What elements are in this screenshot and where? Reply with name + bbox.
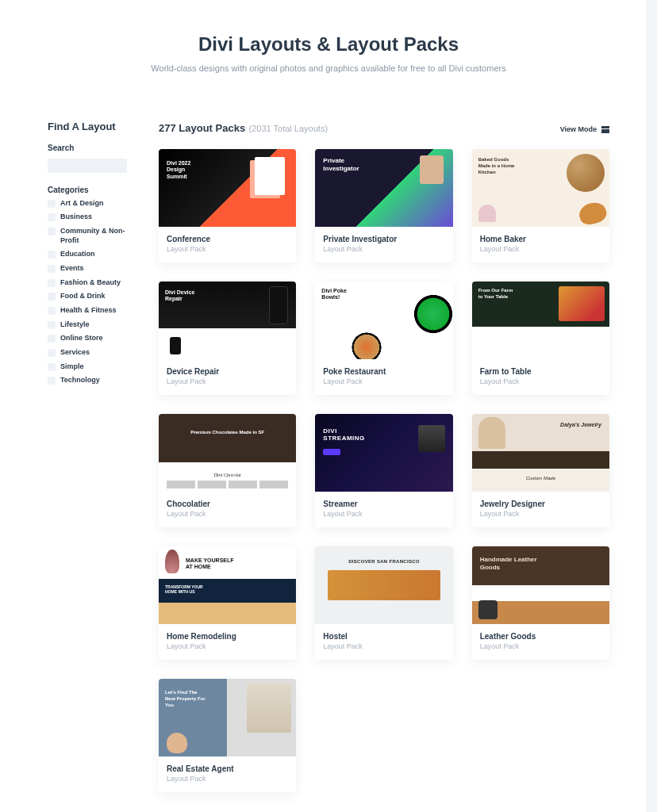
card-thumbnail: Divi Chocolat <box>159 414 296 492</box>
card-title: Streamer <box>323 500 444 508</box>
card-title: Poke Restaurant <box>323 367 444 376</box>
card-subtitle: Layout Pack <box>323 510 444 518</box>
checkbox-icon[interactable] <box>48 321 56 329</box>
layout-card[interactable]: Farm to TableLayout Pack <box>472 282 609 395</box>
card-meta: Device RepairLayout Pack <box>159 359 296 395</box>
layout-card[interactable]: Leather GoodsLayout Pack <box>472 546 609 660</box>
card-subtitle: Layout Pack <box>480 377 601 385</box>
card-meta: Jewelry DesignerLayout Pack <box>472 492 609 527</box>
category-label: Events <box>60 264 84 274</box>
checkbox-icon[interactable] <box>48 213 56 221</box>
category-label: Online Store <box>60 334 103 343</box>
layout-card[interactable]: Poke RestaurantLayout Pack <box>315 282 452 395</box>
card-meta: Poke RestaurantLayout Pack <box>315 359 452 395</box>
card-thumbnail <box>315 149 452 227</box>
checkbox-icon[interactable] <box>48 377 56 385</box>
card-title: Private Investigator <box>323 235 444 243</box>
category-label: Food & Drink <box>60 292 106 301</box>
card-title: Real Estate Agent <box>167 764 288 773</box>
category-label: Community & Non-Profit <box>60 227 135 245</box>
card-subtitle: Layout Pack <box>480 642 601 650</box>
card-meta: ConferenceLayout Pack <box>159 227 296 262</box>
checkbox-icon[interactable] <box>48 228 56 236</box>
checkbox-icon[interactable] <box>48 335 56 343</box>
search-label: Search <box>48 144 135 152</box>
card-meta: Farm to TableLayout Pack <box>472 359 609 395</box>
layout-card[interactable]: Custom MadeJewelry DesignerLayout Pack <box>472 414 609 527</box>
category-label: Simple <box>60 362 84 372</box>
card-meta: Home RemodelingLayout Pack <box>159 624 296 660</box>
category-item[interactable]: Online Store <box>48 334 135 343</box>
card-subtitle: Layout Pack <box>323 642 444 650</box>
category-item[interactable]: Community & Non-Profit <box>48 227 135 245</box>
category-item[interactable]: Fashion & Beauty <box>48 278 135 288</box>
checkbox-icon[interactable] <box>48 363 56 371</box>
card-subtitle: Layout Pack <box>167 245 288 253</box>
card-subtitle: Layout Pack <box>323 377 444 385</box>
card-title: Home Baker <box>480 235 601 243</box>
card-title: Leather Goods <box>480 632 601 641</box>
scrollbar-track[interactable] <box>646 0 657 812</box>
card-thumbnail <box>315 546 452 624</box>
card-title: Farm to Table <box>480 367 601 376</box>
card-title: Hostel <box>323 632 444 641</box>
layout-grid: ConferenceLayout PackPrivate Investigato… <box>159 149 609 792</box>
category-item[interactable]: Food & Drink <box>48 292 135 301</box>
card-meta: StreamerLayout Pack <box>315 492 452 527</box>
category-item[interactable]: Simple <box>48 362 135 372</box>
card-title: Device Repair <box>167 367 288 376</box>
checkbox-icon[interactable] <box>48 293 56 301</box>
results-count: 277 Layout Packs (2031 Total Layouts) <box>159 121 328 135</box>
category-item[interactable]: Technology <box>48 376 135 385</box>
card-thumbnail <box>315 282 452 359</box>
layout-card[interactable]: StreamerLayout Pack <box>315 414 452 527</box>
category-label: Lifestyle <box>60 320 90 330</box>
category-label: Technology <box>60 376 100 385</box>
total-count: (2031 Total Layouts) <box>249 124 328 133</box>
card-meta: Home BakerLayout Pack <box>472 227 609 262</box>
card-meta: ChocolatierLayout Pack <box>159 492 296 527</box>
category-item[interactable]: Events <box>48 264 135 274</box>
card-thumbnail <box>472 149 609 227</box>
card-subtitle: Layout Pack <box>480 245 601 253</box>
checkbox-icon[interactable] <box>48 200 56 208</box>
checkbox-icon[interactable] <box>48 307 56 315</box>
layout-card[interactable]: Device RepairLayout Pack <box>159 282 296 395</box>
page-title: Divi Layouts & Layout Packs <box>48 33 609 56</box>
checkbox-icon[interactable] <box>48 265 56 273</box>
layout-card[interactable]: Divi ChocolatChocolatierLayout Pack <box>159 414 296 527</box>
layout-card[interactable]: TRANSFORM YOUR HOME WITH USHome Remodeli… <box>159 546 296 660</box>
category-item[interactable]: Services <box>48 348 135 358</box>
layout-card[interactable]: Real Estate AgentLayout Pack <box>159 679 296 792</box>
layout-card[interactable]: HostelLayout Pack <box>315 546 452 660</box>
categories-label: Categories <box>48 186 135 194</box>
pack-count: 277 Layout Packs <box>159 122 245 134</box>
category-item[interactable]: Education <box>48 250 135 259</box>
category-item[interactable]: Lifestyle <box>48 320 135 330</box>
checkbox-icon[interactable] <box>48 349 56 357</box>
category-item[interactable]: Health & Fitness <box>48 306 135 316</box>
checkbox-icon[interactable] <box>48 251 56 259</box>
card-thumbnail <box>472 546 609 624</box>
card-subtitle: Layout Pack <box>167 510 288 518</box>
card-subtitle: Layout Pack <box>167 775 288 783</box>
category-item[interactable]: Business <box>48 213 135 222</box>
checkbox-icon[interactable] <box>48 279 56 287</box>
layout-card[interactable]: Private InvestigatorLayout Pack <box>315 149 452 262</box>
layout-card[interactable]: ConferenceLayout Pack <box>159 149 296 262</box>
hero: Divi Layouts & Layout Packs World-class … <box>48 33 609 73</box>
card-title: Conference <box>167 235 288 243</box>
card-meta: HostelLayout Pack <box>315 624 452 660</box>
search-input[interactable] <box>48 159 127 173</box>
card-thumbnail: TRANSFORM YOUR HOME WITH US <box>159 546 296 624</box>
card-thumbnail <box>472 282 609 359</box>
card-subtitle: Layout Pack <box>167 377 288 385</box>
card-meta: Private InvestigatorLayout Pack <box>315 227 452 262</box>
view-mode-toggle[interactable]: View Mode <box>560 125 609 133</box>
category-label: Education <box>60 250 95 259</box>
layout-card[interactable]: Home BakerLayout Pack <box>472 149 609 262</box>
card-subtitle: Layout Pack <box>323 245 444 253</box>
category-item[interactable]: Art & Design <box>48 199 135 209</box>
category-label: Business <box>60 213 92 222</box>
page-subtitle: World-class designs with original photos… <box>48 63 609 73</box>
